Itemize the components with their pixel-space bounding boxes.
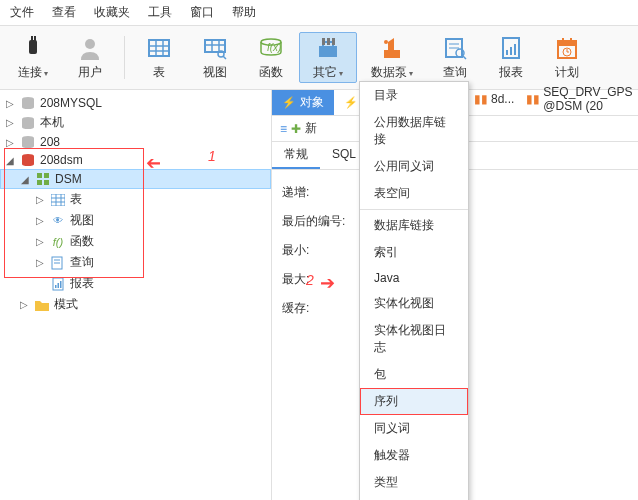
function-icon: f(x): [257, 34, 285, 62]
tree-item[interactable]: ▷f()函数: [0, 231, 271, 252]
editor-tabs: ▮▮8d... ▮▮SEQ_DRV_GPS @DSM (20: [470, 83, 638, 115]
svg-line-14: [223, 56, 226, 59]
tool-other[interactable]: 其它▾: [299, 32, 357, 83]
db-gray-icon: [20, 135, 36, 149]
tree-item[interactable]: ▷查询: [0, 252, 271, 273]
menu-file[interactable]: 文件: [10, 4, 34, 21]
menu-item[interactable]: 目录: [360, 82, 468, 109]
svg-point-3: [85, 39, 95, 49]
menu-fav[interactable]: 收藏夹: [94, 4, 130, 21]
menu-help[interactable]: 帮助: [232, 4, 256, 21]
tab-objects[interactable]: ⚡对象: [272, 90, 334, 115]
form-label: 最后的编号:: [282, 213, 362, 230]
svg-rect-30: [506, 50, 508, 55]
tree-label: DSM: [55, 172, 82, 186]
tool-function[interactable]: f(x) 函数: [243, 32, 299, 83]
svg-rect-4: [149, 40, 169, 56]
tree-toggle[interactable]: ▷: [34, 215, 46, 226]
tool-query[interactable]: 查询: [427, 32, 483, 83]
tree-item[interactable]: ▷表: [0, 189, 271, 210]
tree-item[interactable]: ▷本机: [0, 112, 271, 133]
menu-item[interactable]: 实体化视图: [360, 290, 468, 317]
tree-item[interactable]: ◢208dsm: [0, 151, 271, 169]
tree-item[interactable]: ◢DSM: [0, 169, 271, 189]
menu-item[interactable]: 类型: [360, 469, 468, 496]
menu-item[interactable]: 索引: [360, 239, 468, 266]
annotation-arrow-1: ➔: [146, 152, 161, 174]
svg-rect-59: [60, 281, 62, 288]
bolt-icon: ⚡: [344, 96, 358, 109]
menu-item[interactable]: 同义词: [360, 415, 468, 442]
subtab-general[interactable]: 常规: [272, 142, 320, 169]
svg-rect-46: [37, 180, 42, 185]
menu-item[interactable]: 实体化视图日志: [360, 317, 468, 361]
menu-item[interactable]: XML 模式: [360, 496, 468, 500]
svg-rect-9: [205, 40, 225, 52]
svg-rect-32: [514, 44, 516, 55]
chart-icon: ▮▮: [474, 92, 488, 106]
tool-view[interactable]: 视图: [187, 32, 243, 83]
tree-toggle[interactable]: ▷: [34, 194, 46, 205]
menu-view[interactable]: 查看: [52, 4, 76, 21]
menu-item[interactable]: 数据库链接: [360, 212, 468, 239]
tree-toggle[interactable]: ◢: [19, 174, 31, 185]
user-icon: [76, 34, 104, 62]
schema-icon: [35, 172, 51, 186]
action-new[interactable]: ≡ ✚ 新: [280, 120, 317, 137]
menu-item[interactable]: Java: [360, 266, 468, 290]
tool-datapump[interactable]: 数据泵▾: [357, 32, 427, 83]
svg-rect-35: [562, 38, 564, 43]
menu-tools[interactable]: 工具: [148, 4, 172, 21]
menubar: 文件 查看 收藏夹 工具 窗口 帮助: [0, 0, 638, 26]
editor-tab-1[interactable]: ▮▮8d...: [470, 83, 518, 115]
view-icon: 👁: [50, 214, 66, 228]
editor-tab-2[interactable]: ▮▮SEQ_DRV_GPS @DSM (20: [522, 83, 638, 115]
menu-item[interactable]: 触发器: [360, 442, 468, 469]
tool-schedule[interactable]: 计划: [539, 32, 595, 83]
tree-label: 报表: [70, 275, 94, 292]
chart-icon: ▮▮: [526, 92, 540, 106]
tool-table[interactable]: 表: [131, 32, 187, 83]
menu-item[interactable]: 表空间: [360, 180, 468, 207]
tool-report[interactable]: 报表: [483, 32, 539, 83]
tree-item[interactable]: 报表: [0, 273, 271, 294]
svg-rect-1: [31, 36, 33, 41]
folder-icon: [34, 298, 50, 312]
svg-rect-36: [570, 38, 572, 43]
tool-user[interactable]: 用户: [62, 32, 118, 83]
menu-window[interactable]: 窗口: [190, 4, 214, 21]
pump-icon: [378, 34, 406, 62]
svg-rect-2: [34, 36, 36, 41]
annotation-arrow-2: ➔: [320, 272, 335, 294]
other-dropdown-menu: 目录公用数据库链接公用同义词表空间数据库链接索引Java实体化视图实体化视图日志…: [359, 81, 469, 500]
tree-toggle[interactable]: ▷: [4, 137, 16, 148]
toolbar: 连接▾ 用户 表 视图 f(x) 函数 其它▾ 数据泵▾ 查询 报表 计划: [0, 26, 638, 90]
tree-label: 视图: [70, 212, 94, 229]
tree-toggle[interactable]: ▷: [4, 98, 16, 109]
toolbox-icon: [314, 34, 342, 62]
tree-toggle[interactable]: ◢: [4, 155, 16, 166]
report-icon: [497, 34, 525, 62]
tree-item[interactable]: ▷208MYSQL: [0, 94, 271, 112]
tree-label: 208: [40, 135, 60, 149]
menu-item[interactable]: 序列: [360, 388, 468, 415]
tree-toggle[interactable]: ▷: [34, 236, 46, 247]
report-icon: [50, 277, 66, 291]
menu-item[interactable]: 公用同义词: [360, 153, 468, 180]
svg-rect-45: [44, 173, 49, 178]
form-label: 最小:: [282, 242, 362, 259]
db-red-icon: [20, 153, 36, 167]
tool-connect[interactable]: 连接▾: [4, 32, 62, 83]
tree-label: 表: [70, 191, 82, 208]
view-icon: [201, 34, 229, 62]
tree-item[interactable]: ▷208: [0, 133, 271, 151]
menu-item[interactable]: 包: [360, 361, 468, 388]
menu-item[interactable]: 公用数据库链接: [360, 109, 468, 153]
tree-toggle[interactable]: ▷: [34, 257, 46, 268]
tree-item[interactable]: ▷👁视图: [0, 210, 271, 231]
svg-text:f(x): f(x): [267, 42, 281, 53]
fx-icon: f(): [50, 235, 66, 249]
tree-toggle[interactable]: ▷: [4, 117, 16, 128]
tree-item[interactable]: ▷模式: [0, 294, 271, 315]
tree-toggle[interactable]: ▷: [18, 299, 30, 310]
